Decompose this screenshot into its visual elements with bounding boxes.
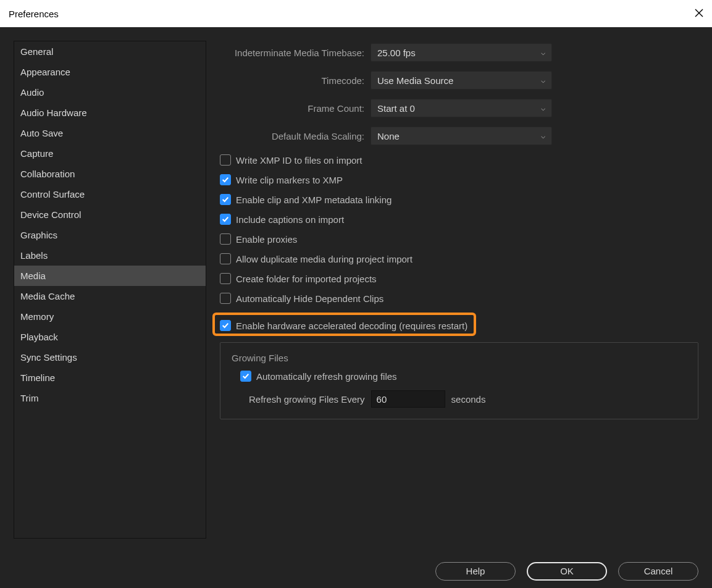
chevron-down-icon: ⌵ <box>541 76 545 85</box>
check-row-6[interactable]: Create folder for imported projects <box>220 273 698 284</box>
sidebar-item-general[interactable]: General <box>14 41 206 62</box>
sidebar-item-graphics[interactable]: Graphics <box>14 225 206 245</box>
close-icon[interactable] <box>695 7 703 20</box>
scaling-dropdown[interactable]: None ⌵ <box>371 127 552 145</box>
frame-count-dropdown[interactable]: Start at 0 ⌵ <box>371 99 552 117</box>
check-label-0: Write XMP ID to files on import <box>236 155 362 166</box>
sidebar-item-media-cache[interactable]: Media Cache <box>14 286 206 306</box>
checkbox-7[interactable] <box>220 293 231 304</box>
check-row-2[interactable]: Enable clip and XMP metadata linking <box>220 194 698 205</box>
sidebar-item-playback[interactable]: Playback <box>14 327 206 347</box>
sidebar-item-sync-settings[interactable]: Sync Settings <box>14 347 206 368</box>
auto-refresh-row[interactable]: Automatically refresh growing files <box>240 371 687 382</box>
check-label-4: Enable proxies <box>236 234 297 245</box>
refresh-label: Refresh growing Files Every <box>249 394 365 405</box>
titlebar: Preferences <box>0 0 712 27</box>
checkbox-4[interactable] <box>220 233 231 245</box>
refresh-unit: seconds <box>451 394 486 405</box>
check-row-4[interactable]: Enable proxies <box>220 233 698 245</box>
check-row-1[interactable]: Write clip markers to XMP <box>220 174 698 185</box>
cancel-button[interactable]: Cancel <box>618 562 698 581</box>
auto-refresh-label: Automatically refresh growing files <box>256 371 397 382</box>
hw-decode-row[interactable]: Enable hardware accelerated decoding (re… <box>220 320 467 331</box>
frame-count-label: Frame Count: <box>220 103 371 114</box>
ok-button[interactable]: OK <box>527 562 607 581</box>
sidebar: GeneralAppearanceAudioAudio HardwareAuto… <box>14 41 206 539</box>
hw-decode-checkbox[interactable] <box>220 320 231 331</box>
check-label-1: Write clip markers to XMP <box>236 175 343 185</box>
check-row-5[interactable]: Allow duplicate media during project imp… <box>220 253 698 264</box>
timecode-label: Timecode: <box>220 75 371 86</box>
sidebar-item-memory[interactable]: Memory <box>14 306 206 327</box>
highlighted-option: Enable hardware accelerated decoding (re… <box>212 313 476 336</box>
sidebar-item-collaboration[interactable]: Collaboration <box>14 164 206 184</box>
timecode-dropdown[interactable]: Use Media Source ⌵ <box>371 71 552 90</box>
checkbox-1[interactable] <box>220 174 231 185</box>
sidebar-item-audio-hardware[interactable]: Audio Hardware <box>14 103 206 123</box>
scaling-value: None <box>377 131 400 141</box>
check-row-0[interactable]: Write XMP ID to files on import <box>220 154 698 166</box>
sidebar-item-audio[interactable]: Audio <box>14 82 206 103</box>
check-row-3[interactable]: Include captions on import <box>220 214 698 225</box>
scaling-label: Default Media Scaling: <box>220 131 371 141</box>
checkbox-3[interactable] <box>220 214 231 225</box>
sidebar-item-media[interactable]: Media <box>14 266 206 286</box>
main-panel: Indeterminate Media Timebase: 25.00 fps … <box>220 41 698 539</box>
timebase-value: 25.00 fps <box>377 48 416 58</box>
growing-files-group: Growing Files Automatically refresh grow… <box>220 342 698 419</box>
sidebar-item-trim[interactable]: Trim <box>14 388 206 408</box>
sidebar-item-control-surface[interactable]: Control Surface <box>14 184 206 204</box>
refresh-seconds-input[interactable]: 60 <box>371 390 445 408</box>
window-title: Preferences <box>9 9 59 19</box>
check-label-5: Allow duplicate media during project imp… <box>236 254 413 264</box>
timecode-value: Use Media Source <box>377 75 453 86</box>
checkbox-6[interactable] <box>220 273 231 284</box>
chevron-down-icon: ⌵ <box>541 104 545 112</box>
auto-refresh-checkbox[interactable] <box>240 371 251 382</box>
chevron-down-icon: ⌵ <box>541 48 545 57</box>
check-label-3: Include captions on import <box>236 214 344 225</box>
check-row-7[interactable]: Automatically Hide Dependent Clips <box>220 293 698 304</box>
checkbox-0[interactable] <box>220 154 231 166</box>
checkbox-5[interactable] <box>220 253 231 264</box>
check-label-7: Automatically Hide Dependent Clips <box>236 293 383 304</box>
hw-decode-label: Enable hardware accelerated decoding (re… <box>236 321 467 331</box>
check-label-2: Enable clip and XMP metadata linking <box>236 195 392 205</box>
timebase-label: Indeterminate Media Timebase: <box>220 48 371 58</box>
sidebar-item-labels[interactable]: Labels <box>14 245 206 266</box>
sidebar-item-timeline[interactable]: Timeline <box>14 368 206 388</box>
growing-files-legend: Growing Files <box>229 353 291 363</box>
frame-count-value: Start at 0 <box>377 103 415 114</box>
timebase-dropdown[interactable]: 25.00 fps ⌵ <box>371 43 552 62</box>
footer-buttons: Help OK Cancel <box>435 562 698 581</box>
sidebar-item-appearance[interactable]: Appearance <box>14 62 206 82</box>
help-button[interactable]: Help <box>435 562 516 581</box>
checkbox-2[interactable] <box>220 194 231 205</box>
sidebar-item-auto-save[interactable]: Auto Save <box>14 123 206 143</box>
chevron-down-icon: ⌵ <box>541 132 545 140</box>
sidebar-item-device-control[interactable]: Device Control <box>14 204 206 225</box>
sidebar-item-capture[interactable]: Capture <box>14 143 206 164</box>
check-label-6: Create folder for imported projects <box>236 274 377 284</box>
